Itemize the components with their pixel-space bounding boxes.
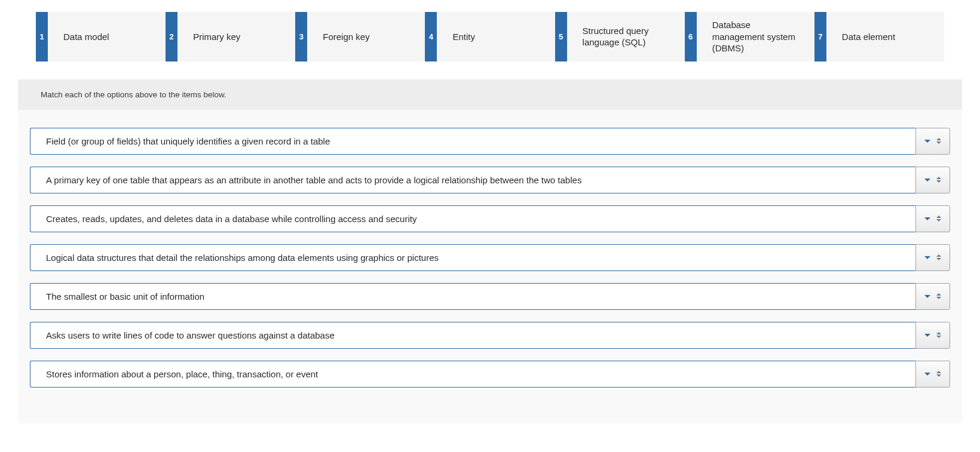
item-prompt: Creates, reads, updates, and deletes dat… <box>30 205 915 232</box>
match-item: Creates, reads, updates, and deletes dat… <box>30 205 950 232</box>
option-label: Entity <box>437 12 555 62</box>
option-tile-6[interactable]: 6 Database management system (DBMS) <box>685 12 814 62</box>
match-panel: Match each of the options above to the i… <box>18 79 962 423</box>
sort-icon <box>936 371 941 377</box>
match-item: A primary key of one table that appears … <box>30 167 950 193</box>
item-prompt: Logical data structures that detail the … <box>30 244 915 271</box>
match-item: Logical data structures that detail the … <box>30 244 950 271</box>
option-label: Foreign key <box>307 12 425 62</box>
sort-icon <box>936 254 941 260</box>
instruction-text: Match each of the options above to the i… <box>18 79 962 110</box>
option-number: 2 <box>166 12 177 62</box>
answer-dropdown[interactable] <box>915 361 950 388</box>
item-prompt: The smallest or basic unit of informatio… <box>30 283 915 310</box>
options-row: 1 Data model 2 Primary key 3 Foreign key… <box>36 12 944 62</box>
sort-icon <box>936 138 941 144</box>
items-area: Field (or group of fields) that uniquely… <box>18 110 962 423</box>
answer-dropdown[interactable] <box>915 205 950 232</box>
chevron-down-icon <box>924 217 930 220</box>
item-prompt: Asks users to write lines of code to ans… <box>30 322 915 349</box>
option-number: 4 <box>425 12 437 62</box>
chevron-down-icon <box>924 256 930 259</box>
answer-dropdown[interactable] <box>915 128 950 155</box>
item-prompt: A primary key of one table that appears … <box>30 167 915 193</box>
answer-dropdown[interactable] <box>915 167 950 193</box>
option-number: 1 <box>36 12 48 62</box>
sort-icon <box>936 177 941 183</box>
option-label: Database management system (DBMS) <box>697 12 814 62</box>
option-number: 5 <box>555 12 567 62</box>
item-prompt: Stores information about a person, place… <box>30 361 915 388</box>
match-item: Field (or group of fields) that uniquely… <box>30 128 950 155</box>
chevron-down-icon <box>924 140 930 143</box>
option-label: Primary key <box>177 12 295 62</box>
option-number: 6 <box>685 12 697 62</box>
option-number: 7 <box>814 12 826 62</box>
chevron-down-icon <box>924 334 930 337</box>
sort-icon <box>936 293 941 299</box>
answer-dropdown[interactable] <box>915 283 950 310</box>
chevron-down-icon <box>924 179 930 182</box>
answer-dropdown[interactable] <box>915 322 950 349</box>
match-item: Asks users to write lines of code to ans… <box>30 322 950 349</box>
match-item: The smallest or basic unit of informatio… <box>30 283 950 310</box>
option-tile-4[interactable]: 4 Entity <box>425 12 555 62</box>
option-tile-2[interactable]: 2 Primary key <box>166 12 295 62</box>
sort-icon <box>936 332 941 338</box>
option-tile-5[interactable]: 5 Structured query language (SQL) <box>555 12 685 62</box>
option-label: Data element <box>826 12 944 62</box>
item-prompt: Field (or group of fields) that uniquely… <box>30 128 915 155</box>
option-tile-7[interactable]: 7 Data element <box>814 12 944 62</box>
option-tile-1[interactable]: 1 Data model <box>36 12 166 62</box>
option-tile-3[interactable]: 3 Foreign key <box>295 12 425 62</box>
chevron-down-icon <box>924 373 930 376</box>
match-item: Stores information about a person, place… <box>30 361 950 388</box>
option-number: 3 <box>295 12 307 62</box>
sort-icon <box>936 216 941 222</box>
option-label: Data model <box>48 12 166 62</box>
chevron-down-icon <box>924 295 930 298</box>
answer-dropdown[interactable] <box>915 244 950 271</box>
option-label: Structured query language (SQL) <box>567 12 685 62</box>
